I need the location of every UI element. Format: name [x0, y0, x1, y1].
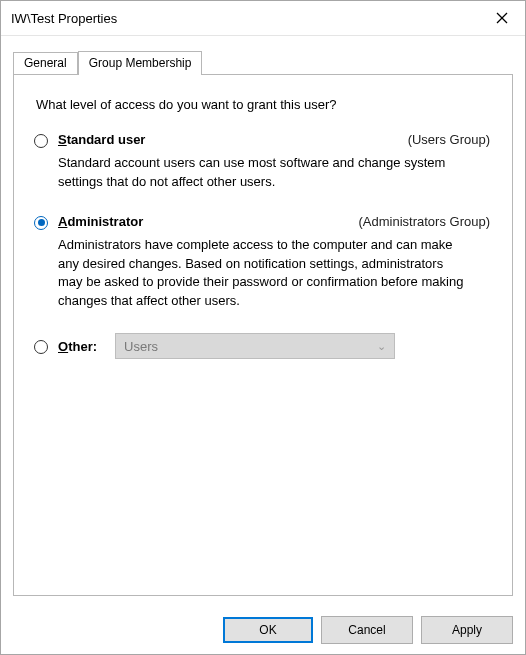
option-administrator[interactable]: Administrator (Administrators Group)	[34, 214, 492, 230]
option-standard-user[interactable]: Standard user (Users Group)	[34, 132, 492, 148]
label-administrator: Administrator	[58, 214, 143, 229]
window-title: IW\Test Properties	[11, 11, 117, 26]
properties-dialog: IW\Test Properties General Group Members…	[0, 0, 526, 655]
ok-button[interactable]: OK	[223, 617, 313, 643]
tab-general[interactable]: General	[13, 52, 78, 74]
close-button[interactable]	[479, 1, 525, 35]
other-group-combo[interactable]: Users ⌄	[115, 333, 395, 359]
desc-administrator: Administrators have complete access to t…	[58, 236, 468, 311]
group-administrator: (Administrators Group)	[359, 214, 492, 229]
close-icon	[496, 12, 508, 24]
chevron-down-icon: ⌄	[377, 340, 386, 353]
group-standard-user: (Users Group)	[408, 132, 492, 147]
button-bar: OK Cancel Apply	[1, 606, 525, 654]
access-question: What level of access do you want to gran…	[36, 97, 492, 112]
tabpanel-group-membership: What level of access do you want to gran…	[13, 74, 513, 596]
tabstrip: General Group Membership	[13, 50, 513, 74]
option-admin-header: Administrator (Administrators Group)	[58, 214, 492, 229]
radio-administrator[interactable]	[34, 216, 48, 230]
option-other[interactable]: Other: Users ⌄	[34, 333, 492, 359]
option-standard-header: Standard user (Users Group)	[58, 132, 492, 147]
radio-standard-user[interactable]	[34, 134, 48, 148]
titlebar: IW\Test Properties	[1, 1, 525, 36]
desc-standard-user: Standard account users can use most soft…	[58, 154, 468, 192]
tab-group-membership[interactable]: Group Membership	[78, 51, 203, 75]
apply-button[interactable]: Apply	[421, 616, 513, 644]
cancel-button[interactable]: Cancel	[321, 616, 413, 644]
other-group-value: Users	[124, 339, 158, 354]
radio-other[interactable]	[34, 340, 48, 354]
content-area: General Group Membership What level of a…	[1, 36, 525, 606]
label-standard-user: Standard user	[58, 132, 145, 147]
label-other: Other:	[58, 339, 97, 354]
